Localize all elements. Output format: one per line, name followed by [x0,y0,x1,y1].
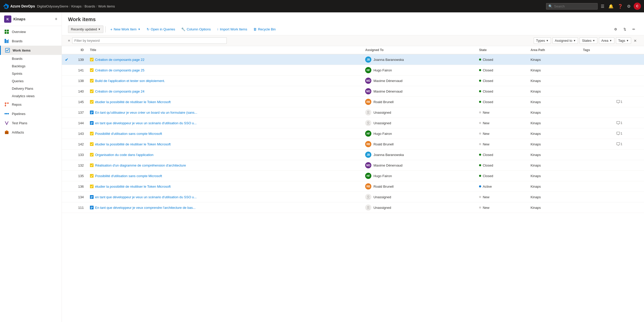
row-title[interactable]: étudier la possibilité de réutiliser le … [87,139,362,150]
table-row[interactable]: 136étudier la possibilité de réutiliser … [62,181,644,192]
states-filter[interactable]: States ▼ [580,37,597,44]
work-item-link[interactable]: En tant que développeur je veux comprend… [95,206,196,210]
row-check-cell[interactable] [62,150,71,160]
table-row[interactable]: 145étudier la possibilité de réutiliser … [62,97,644,107]
sidebar-item-pipelines[interactable]: Pipelines [0,109,62,118]
work-item-link[interactable]: Réalisation d'un diagramme de compréhens… [95,163,186,167]
work-item-link[interactable]: Organisation du code dans l'application [95,153,154,157]
sidebar-item-test-plans[interactable]: Test Plans [0,118,62,128]
row-title[interactable]: Organisation du code dans l'application·… [87,150,362,160]
filter-close-icon[interactable]: ✕ [633,38,638,44]
sidebar-item-delivery-plans[interactable]: Delivery Plans [0,85,62,92]
table-row[interactable]: 144en tant que développeur je veux un sc… [62,118,644,128]
work-item-link[interactable]: Création de composants page 22 [95,58,145,62]
add-project-icon[interactable]: + [55,16,57,22]
row-check-cell[interactable] [62,86,71,97]
col-id[interactable]: ID [71,46,87,54]
sidebar-item-queries[interactable]: Queries [0,77,62,85]
row-check-cell[interactable] [62,181,71,192]
table-row[interactable]: ✔139Création de composants page 22···JBJ… [62,54,644,65]
row-check-cell[interactable] [62,76,71,86]
row-title[interactable]: Création de composants page 22··· [87,54,362,65]
row-check-cell[interactable] [62,192,71,202]
table-row[interactable]: 137En tant qu'utilisateur je veux créer … [62,107,644,118]
work-item-link[interactable]: étudier la possibilité de réutiliser le … [95,185,171,188]
row-check-cell[interactable] [62,202,71,213]
breadcrumb-org[interactable]: DigitalOdysseySierre [37,4,68,8]
col-tags[interactable]: Tags [580,46,613,54]
area-filter[interactable]: Area ▼ [599,37,614,44]
row-title[interactable]: En tant qu'utilisateur je veux créer un … [87,107,362,118]
row-title[interactable]: étudier la possibilité de réutiliser le … [87,181,362,192]
table-row[interactable]: 134en tant que développeur je veux un sc… [62,192,644,202]
keyword-input[interactable] [74,39,224,43]
row-title[interactable]: en tant que développeur je veux un scéna… [87,192,362,202]
sidebar-item-boards-group[interactable]: Boards [0,36,62,46]
row-check-cell[interactable] [62,160,71,171]
edit-button[interactable]: ✏ [630,26,638,33]
work-item-link[interactable]: étudier la possibilité de réutiliser le … [95,100,171,104]
sidebar-item-sprints[interactable]: Sprints [0,70,62,77]
sort-button[interactable]: ⇅ [621,26,629,33]
work-item-link[interactable]: en tant que développeur je veux un scéna… [95,195,197,199]
row-check-cell[interactable] [62,118,71,128]
sidebar-item-boards[interactable]: Boards [0,55,62,62]
bell-icon[interactable]: 🔔 [607,3,615,10]
work-item-link[interactable]: étudier la possibilité de réutiliser le … [95,142,171,146]
work-item-link[interactable]: Création de composants page 25 [95,68,145,72]
sidebar-item-work-items[interactable]: Work items [0,46,62,55]
table-row[interactable]: 138Build de l'application et tester son … [62,76,644,86]
table-row[interactable]: 111En tant que développeur je veux compr… [62,202,644,213]
assigned-to-filter[interactable]: Assigned to ▼ [553,37,578,44]
table-row[interactable]: 142étudier la possibilité de réutiliser … [62,139,644,150]
col-assigned-to[interactable]: Assigned To [362,46,476,54]
col-title[interactable]: Title [87,46,362,54]
work-item-link[interactable]: en tant que développeur je veux un scéna… [95,121,197,125]
work-item-link[interactable]: Possibilité d'utilisation sans compte Mi… [95,132,162,136]
work-item-link[interactable]: En tant qu'utilisateur je veux créer un … [95,111,197,114]
types-filter[interactable]: Types ▼ [534,37,551,44]
sidebar-item-repos[interactable]: Repos [0,100,62,109]
row-title[interactable]: Réalisation d'un diagramme de compréhens… [87,160,362,171]
search-box[interactable]: 🔍 [546,3,598,10]
row-check-cell[interactable]: ✔ [62,54,71,65]
keyword-filter[interactable] [72,37,227,44]
breadcrumb-section[interactable]: Boards [85,4,95,8]
row-check-cell[interactable] [62,65,71,76]
help-icon[interactable]: ❓ [617,3,624,10]
recycle-bin-button[interactable]: 🗑 Recycle Bin [251,26,278,33]
row-title[interactable]: Build de l'application et tester son dép… [87,76,362,86]
tags-filter[interactable]: Tags ▼ [616,37,631,44]
row-title[interactable]: En tant que développeur je veux comprend… [87,202,362,213]
work-item-link[interactable]: Possibilité d'utilisation sans compte Mi… [95,174,162,178]
row-check-cell[interactable] [62,139,71,150]
column-options-button[interactable]: 🔧 Column Options [179,26,213,33]
table-row[interactable]: 135Possibilité d'utilisation sans compte… [62,171,644,181]
user-avatar[interactable]: C [634,3,641,10]
recently-updated-button[interactable]: Recently updated ▼ [68,26,103,33]
row-title[interactable]: en tant que développeur je veux un scéna… [87,118,362,128]
table-row[interactable]: 143Possibilité d'utilisation sans compte… [62,128,644,139]
row-title[interactable]: Création de composants page 24··· [87,86,362,97]
col-area-path[interactable]: Area Path [528,46,580,54]
row-check-cell[interactable] [62,107,71,118]
sidebar-item-backlogs[interactable]: Backlogs [0,62,62,70]
work-item-link[interactable]: Création de composants page 24 [95,89,145,93]
app-logo[interactable]: Azure DevOps [3,3,35,9]
filter-settings-button[interactable]: ⚙ [612,26,620,33]
row-check-cell[interactable] [62,128,71,139]
open-in-queries-button[interactable]: ↻ Open in Queries [144,26,178,33]
new-work-item-button[interactable]: + New Work Item ▼ [108,26,143,33]
col-state[interactable]: State [476,46,528,54]
work-item-link[interactable]: Build de l'application et tester son dép… [95,79,165,83]
sidebar-item-overview[interactable]: Overview [0,27,62,36]
sidebar-item-artifacts[interactable]: Artifacts [0,128,62,137]
row-check-cell[interactable] [62,171,71,181]
table-row[interactable]: 133Organisation du code dans l'applicati… [62,150,644,160]
table-row[interactable]: 132Réalisation d'un diagramme de compréh… [62,160,644,171]
sidebar-item-analytics-views[interactable]: Analytics views [0,92,62,100]
settings-icon[interactable]: ⚙ [626,3,632,10]
breadcrumb-project[interactable]: Kinaps [71,4,82,8]
row-title[interactable]: Création de composants page 25··· [87,65,362,76]
import-work-items-button[interactable]: ↑ Import Work Items [214,26,250,33]
